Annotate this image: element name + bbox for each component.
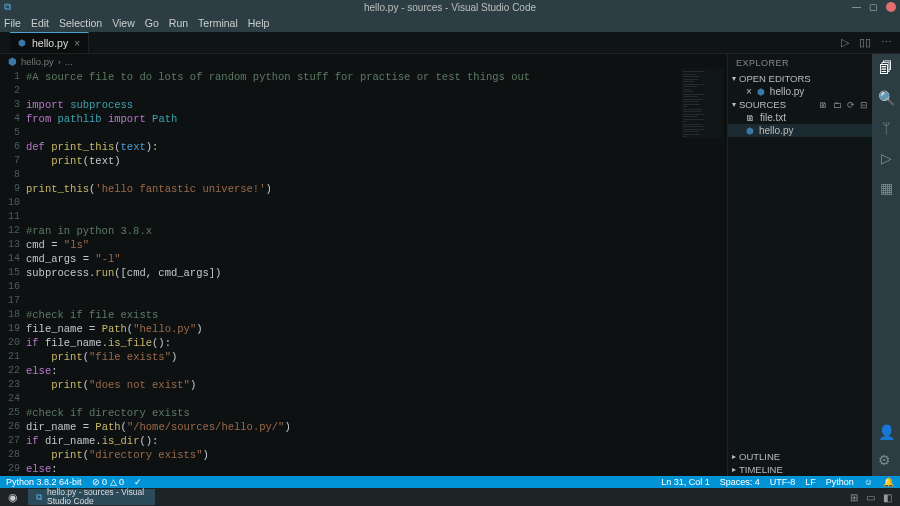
line-content[interactable]: print("file exists"): [26, 350, 727, 364]
line-number: 3: [0, 98, 26, 112]
line-number: 9: [0, 182, 26, 196]
status-item[interactable]: ⊘ 0 △ 0: [92, 477, 125, 487]
line-content[interactable]: #A source file to do lots of random pyth…: [26, 70, 727, 84]
tab-close-icon[interactable]: ×: [74, 38, 80, 49]
search-icon[interactable]: 🔍: [878, 90, 895, 106]
line-content[interactable]: print("does not exist"): [26, 378, 727, 392]
tray-icon[interactable]: ▭: [866, 492, 875, 503]
line-content[interactable]: print_this('hello fantastic universe!'): [26, 182, 727, 196]
line-content[interactable]: subprocess.run([cmd, cmd_args]): [26, 266, 727, 280]
source-item[interactable]: 🗎file.txt: [728, 111, 872, 124]
line-number: 14: [0, 252, 26, 266]
line-content[interactable]: if dir_name.is_dir():: [26, 434, 727, 448]
line-content[interactable]: import subprocess: [26, 98, 727, 112]
app-icon: ⧉: [36, 492, 42, 503]
run-debug-icon[interactable]: ▷: [881, 150, 892, 166]
explorer-icon[interactable]: 🗐: [879, 60, 893, 76]
sources-section[interactable]: ▾ SOURCES 🗎 🗀 ⟳ ⊟: [728, 98, 872, 111]
explorer-panel: EXPLORER ▾ OPEN EDITORS × ⬢ hello.py ▾ S…: [727, 54, 872, 476]
tray-icon[interactable]: ⊞: [850, 492, 858, 503]
taskbar-app-item[interactable]: ⧉ hello.py - sources - Visual Studio Cod…: [28, 489, 155, 505]
tray-icon[interactable]: ◧: [883, 492, 892, 503]
breadcrumb[interactable]: ⬢ hello.py › ...: [0, 54, 727, 68]
new-folder-icon[interactable]: 🗀: [833, 100, 842, 110]
close-icon[interactable]: ×: [746, 86, 752, 97]
tab-label: hello.py: [32, 37, 68, 49]
new-file-icon[interactable]: 🗎: [819, 100, 828, 110]
breadcrumb-rest: ...: [65, 56, 73, 67]
line-number: 21: [0, 350, 26, 364]
source-item[interactable]: ⬢hello.py: [728, 124, 872, 137]
line-content[interactable]: dir_name = Path("/home/sources/hello.py/…: [26, 420, 727, 434]
tab-hello-py[interactable]: ⬢ hello.py ×: [10, 32, 89, 53]
line-content[interactable]: else:: [26, 462, 727, 476]
line-content[interactable]: cmd = "ls": [26, 238, 727, 252]
menu-view[interactable]: View: [112, 17, 135, 29]
source-control-icon[interactable]: ᛘ: [882, 120, 890, 136]
line-content[interactable]: [26, 168, 727, 182]
line-content[interactable]: [26, 294, 727, 308]
menu-file[interactable]: File: [4, 17, 21, 29]
collapse-icon[interactable]: ⊟: [860, 100, 868, 110]
extensions-icon[interactable]: ▦: [880, 180, 893, 196]
status-item[interactable]: Spaces: 4: [720, 477, 760, 487]
line-content[interactable]: [26, 210, 727, 224]
status-item[interactable]: ☺: [864, 477, 873, 487]
menu-selection[interactable]: Selection: [59, 17, 102, 29]
menu-go[interactable]: Go: [145, 17, 159, 29]
gear-icon[interactable]: ⚙: [878, 452, 895, 468]
open-editors-section[interactable]: ▾ OPEN EDITORS: [728, 72, 872, 85]
start-button[interactable]: ◉: [0, 488, 26, 506]
status-item[interactable]: Python 3.8.2 64-bit: [6, 477, 82, 487]
menu-help[interactable]: Help: [248, 17, 270, 29]
line-content[interactable]: print("directory exists"): [26, 448, 727, 462]
status-item[interactable]: Python: [826, 477, 854, 487]
line-number: 28: [0, 448, 26, 462]
refresh-icon[interactable]: ⟳: [847, 100, 855, 110]
menu-terminal[interactable]: Terminal: [198, 17, 238, 29]
line-content[interactable]: [26, 196, 727, 210]
editor-area[interactable]: ⬢ hello.py › ... 1#A source file to do l…: [0, 54, 727, 476]
line-content[interactable]: [26, 84, 727, 98]
status-item[interactable]: UTF-8: [770, 477, 796, 487]
line-content[interactable]: #check if file exists: [26, 308, 727, 322]
line-number: 17: [0, 294, 26, 308]
run-icon[interactable]: ▷: [841, 36, 849, 49]
window-minimize-icon[interactable]: —: [852, 2, 861, 12]
line-content[interactable]: #check if directory exists: [26, 406, 727, 420]
minimap[interactable]: ▪▪▪▪▪▪▪▪▪▪▪▪▪▪▪▪▪▪▪▪▪▪▪▪▪▪▪▪▪▪▪▪▪▪▪▪▪▪▪▪…: [681, 68, 723, 138]
menu-run[interactable]: Run: [169, 17, 188, 29]
window-close-icon[interactable]: [886, 2, 896, 12]
menu-edit[interactable]: Edit: [31, 17, 49, 29]
status-item[interactable]: 🔔: [883, 477, 894, 487]
split-editor-icon[interactable]: ▯▯: [859, 36, 871, 49]
line-content[interactable]: [26, 392, 727, 406]
line-content[interactable]: if file_name.is_file():: [26, 336, 727, 350]
status-item[interactable]: LF: [805, 477, 816, 487]
outline-section[interactable]: ▸ OUTLINE: [728, 450, 872, 463]
line-content[interactable]: else:: [26, 364, 727, 378]
taskbar-app-label: hello.py - sources - Visual Studio Code: [47, 488, 147, 506]
timeline-section[interactable]: ▸ TIMELINE: [728, 463, 872, 476]
line-content[interactable]: file_name = Path("hello.py"): [26, 322, 727, 336]
line-content[interactable]: #ran in python 3.8.x: [26, 224, 727, 238]
more-actions-icon[interactable]: ⋯: [881, 36, 892, 49]
activity-bar: 🗐 🔍 ᛘ ▷ ▦ 👤 ⚙: [872, 54, 900, 476]
line-content[interactable]: def print_this(text):: [26, 140, 727, 154]
source-item-label: hello.py: [759, 125, 793, 136]
line-content[interactable]: [26, 280, 727, 294]
window-maximize-icon[interactable]: ▢: [869, 2, 878, 12]
line-content[interactable]: [26, 126, 727, 140]
account-icon[interactable]: 👤: [878, 424, 895, 440]
line-content[interactable]: cmd_args = "-l": [26, 252, 727, 266]
line-number: 12: [0, 224, 26, 238]
python-file-icon: ⬢: [8, 56, 17, 67]
status-item[interactable]: ✓: [134, 477, 142, 487]
line-content[interactable]: print(text): [26, 154, 727, 168]
code-content[interactable]: 1#A source file to do lots of random pyt…: [0, 68, 727, 476]
status-item[interactable]: Ln 31, Col 1: [661, 477, 710, 487]
explorer-title: EXPLORER: [728, 54, 872, 72]
line-number: 26: [0, 420, 26, 434]
open-editor-item[interactable]: × ⬢ hello.py: [728, 85, 872, 98]
line-content[interactable]: from pathlib import Path: [26, 112, 727, 126]
